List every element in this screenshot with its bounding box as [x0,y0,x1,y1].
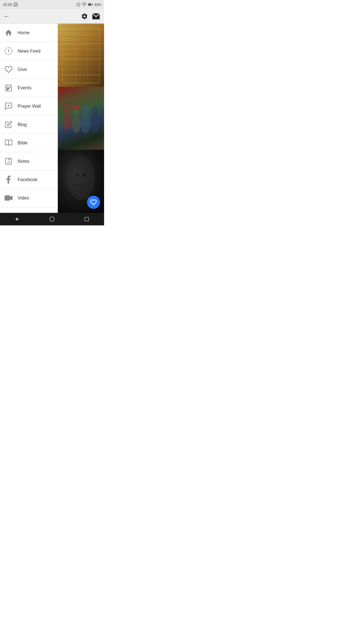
video-icon [4,193,13,203]
status-time: 12:23 [3,3,12,7]
app-bar-left[interactable]: ← [4,13,10,20]
news-feed-icon [4,47,13,56]
image-slot-3 [58,150,104,213]
give-icon [4,65,13,74]
prayer-wall-icon [4,102,13,111]
nav-item-prayer-wall[interactable]: Prayer Wall [0,97,58,115]
main-content: Home News Feed Give [0,24,104,213]
svg-point-49 [50,217,54,221]
settings-icon[interactable] [81,13,88,20]
svg-point-44 [67,156,95,200]
svg-rect-22 [5,195,10,201]
svg-point-40 [80,113,90,133]
bottom-back-button[interactable] [11,213,24,225]
nav-label-news-feed: News Feed [18,49,40,54]
mail-icon[interactable] [92,13,100,20]
wifi-icon [82,2,86,7]
image-notification-icon [13,2,18,7]
nav-label-bible: Bible [18,140,28,146]
svg-point-36 [62,112,72,131]
back-button[interactable]: ← [4,13,10,20]
nav-label-give: Give [18,67,27,72]
do-not-disturb-icon [76,3,80,7]
nav-label-events: Events [18,85,31,91]
group-photo-image [58,87,104,150]
nav-label-prayer-wall: Prayer Wall [18,104,41,109]
home-icon [4,28,13,37]
nav-label-blog: Blog [18,122,27,127]
svg-marker-48 [16,217,17,221]
notes-icon [4,157,13,166]
svg-point-38 [72,116,80,133]
svg-marker-23 [10,196,12,200]
nav-menu: Home News Feed Give [0,24,58,213]
status-icons: 62% [76,2,101,7]
image-slot-1 [58,24,104,87]
svg-point-1 [15,4,15,4]
events-icon [4,83,13,92]
svg-point-46 [82,173,86,177]
svg-rect-50 [85,217,89,221]
nav-label-home: Home [18,30,30,35]
fab-heart-button[interactable] [87,196,100,209]
nav-item-bible[interactable]: Bible [0,134,58,152]
status-bar: 12:23 62% [0,0,104,9]
svg-point-4 [84,6,84,7]
shelf-image [58,24,104,87]
facebook-icon [4,175,13,184]
app-bar-right [81,13,100,20]
blog-icon [4,120,13,129]
svg-point-42 [91,115,99,133]
svg-rect-6 [92,4,93,5]
heart-icon [90,199,97,206]
bottom-back-icon [15,216,20,222]
nav-label-facebook: Facebook [18,177,37,182]
nav-label-notes: Notes [18,159,29,164]
svg-rect-24 [62,28,99,83]
bottom-home-button[interactable] [46,213,58,225]
image-slot-2 [58,87,104,150]
bottom-nav-bar [0,213,104,225]
svg-point-43 [73,105,80,110]
nav-item-video[interactable]: Video [0,189,58,207]
bottom-home-icon [49,216,55,222]
nav-item-give[interactable]: Give [0,60,58,79]
svg-rect-16 [7,90,8,90]
battery-percent: 62% [95,3,101,7]
svg-rect-15 [8,88,9,89]
bottom-recent-button[interactable] [80,213,93,225]
status-time-area: 12:23 [3,2,18,7]
image-panel [58,24,104,213]
nav-label-video: Video [18,195,29,201]
nav-item-facebook[interactable]: Facebook [0,171,58,189]
bottom-recent-icon [84,217,89,222]
svg-point-45 [76,173,79,177]
nav-item-news-feed[interactable]: News Feed [0,42,58,60]
svg-rect-7 [88,4,91,5]
nav-item-blog[interactable]: Blog [0,115,58,134]
app-bar: ← [0,9,104,24]
bible-icon [4,138,13,147]
battery-icon [88,3,93,6]
svg-rect-14 [7,88,8,89]
nav-item-home[interactable]: Home [0,24,58,42]
nav-item-notes[interactable]: Notes [0,152,58,171]
nav-item-events[interactable]: Events [0,79,58,97]
